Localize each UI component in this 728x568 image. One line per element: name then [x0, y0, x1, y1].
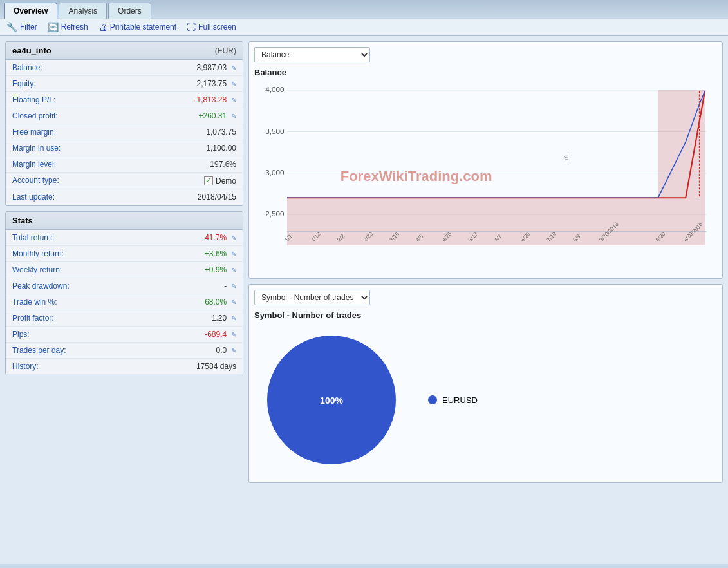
account-label-3: Closed profit: [6, 108, 136, 124]
stats-row-4: Trade win %:68.0% ✎ [6, 294, 243, 310]
balance-chart: ForexWikiTrading.com 4,000 3,500 3,000 2… [254, 80, 717, 273]
tab-analysis[interactable]: Analysis [59, 3, 107, 19]
account-row-8: Last update:2018/04/15 [6, 189, 243, 205]
svg-text:2,500: 2,500 [265, 209, 285, 218]
edit-icon-stats-3[interactable]: ✎ [229, 283, 236, 290]
account-currency: (EUR) [215, 46, 236, 55]
account-row-4: Free margin:1,073.75 [6, 124, 243, 140]
main-content: ea4u_info (EUR) Balance:3,987.03 ✎Equity… [0, 36, 728, 564]
stats-value-3: - ✎ [136, 278, 243, 294]
tabs-bar: Overview Analysis Orders [0, 0, 728, 19]
stats-row-0: Total return:-41.7% ✎ [6, 230, 243, 246]
fullscreen-button[interactable]: ⛶ Full screen [187, 22, 236, 32]
printable-label: Printable statement [110, 23, 176, 32]
stats-value-1: +3.6% ✎ [136, 245, 243, 261]
stats-row-6: Pips:-689.4 ✎ [6, 326, 243, 342]
edit-icon-stats-1[interactable]: ✎ [229, 251, 236, 258]
account-value-5: 1,100.00 [136, 140, 243, 156]
edit-icon-account-1[interactable]: ✎ [229, 80, 236, 88]
stats-row-3: Peak drawdown:- ✎ [6, 278, 243, 294]
edit-icon-stats-7[interactable]: ✎ [229, 347, 236, 354]
account-label-8: Last update: [6, 189, 136, 205]
edit-icon-account-0[interactable]: ✎ [229, 64, 236, 71]
stats-row-8: History:17584 days [6, 358, 243, 374]
account-value-1: 2,173.75 ✎ [136, 76, 243, 92]
account-value-7: ✓Demo [136, 173, 243, 189]
printable-button[interactable]: 🖨 Printable statement [98, 22, 176, 32]
account-value-8: 2018/04/15 [136, 189, 243, 205]
balance-chart-title: Balance [254, 68, 717, 77]
stats-row-2: Weekly return:+0.9% ✎ [6, 261, 243, 278]
svg-text:1/1: 1/1 [563, 153, 570, 161]
edit-icon-stats-2[interactable]: ✎ [229, 267, 236, 274]
stats-label-1: Monthly return: [6, 245, 136, 261]
print-icon: 🖨 [98, 22, 107, 32]
refresh-icon: 🔄 [48, 22, 59, 32]
stats-card: Stats Total return:-41.7% ✎Monthly retur… [5, 211, 243, 375]
edit-icon-stats-6[interactable]: ✎ [229, 331, 236, 338]
stats-value-0: -41.7% ✎ [136, 230, 243, 246]
filter-icon: 🔧 [6, 22, 17, 32]
account-label-4: Free margin: [6, 124, 136, 140]
stats-value-8: 17584 days [136, 358, 243, 374]
svg-text:100%: 100% [320, 395, 343, 406]
account-label-2: Floating P/L: [6, 92, 136, 108]
account-value-3: +260.31 ✎ [136, 108, 243, 124]
account-value-0: 3,987.03 ✎ [136, 60, 243, 76]
account-label-0: Balance: [6, 60, 136, 76]
stats-title: Stats [12, 216, 33, 225]
stats-value-5: 1.20 ✎ [136, 310, 243, 326]
filter-button[interactable]: 🔧 Filter [6, 22, 37, 32]
stats-value-6: -689.4 ✎ [136, 326, 243, 342]
account-label-1: Equity: [6, 76, 136, 92]
account-value-4: 1,073.75 [136, 124, 243, 140]
fullscreen-icon: ⛶ [187, 22, 196, 32]
pie-dropdown[interactable]: Symbol - Number of trades Symbol - Volum… [254, 290, 370, 305]
stats-label-8: History: [6, 358, 136, 374]
svg-text:3,500: 3,500 [265, 127, 285, 135]
demo-badge: ✓Demo [204, 176, 236, 185]
stats-card-header: Stats [6, 212, 243, 230]
pie-dropdown-container: Symbol - Number of trades Symbol - Volum… [254, 290, 717, 305]
left-column: ea4u_info (EUR) Balance:3,987.03 ✎Equity… [5, 41, 243, 559]
account-card-header: ea4u_info (EUR) [6, 42, 243, 60]
account-value-6: 197.6% [136, 156, 243, 173]
account-row-1: Equity:2,173.75 ✎ [6, 76, 243, 92]
legend-dot-eurusd [428, 395, 437, 404]
account-row-7: Account type:✓Demo [6, 173, 243, 189]
account-name: ea4u_info [12, 46, 51, 55]
edit-icon-account-2[interactable]: ✎ [229, 97, 236, 104]
stats-row-5: Profit factor:1.20 ✎ [6, 310, 243, 326]
account-info-table: Balance:3,987.03 ✎Equity:2,173.75 ✎Float… [6, 60, 243, 205]
edit-icon-stats-0[interactable]: ✎ [229, 234, 236, 241]
stats-row-7: Trades per day:0.0 ✎ [6, 342, 243, 358]
account-value-2: -1,813.28 ✎ [136, 92, 243, 108]
svg-text:3,000: 3,000 [265, 168, 285, 176]
svg-text:4,000: 4,000 [265, 85, 285, 93]
refresh-button[interactable]: 🔄 Refresh [48, 22, 88, 32]
edit-icon-stats-4[interactable]: ✎ [229, 299, 236, 306]
account-label-5: Margin in use: [6, 140, 136, 156]
account-label-6: Margin level: [6, 156, 136, 173]
pie-chart-svg: 100% [261, 329, 402, 471]
balance-dropdown[interactable]: Balance Equity Floating P/L [254, 47, 370, 62]
stats-row-1: Monthly return:+3.6% ✎ [6, 245, 243, 261]
edit-icon-account-3[interactable]: ✎ [229, 113, 236, 120]
stats-label-7: Trades per day: [6, 342, 136, 358]
toolbar: 🔧 Filter 🔄 Refresh 🖨 Printable statement… [0, 19, 728, 36]
legend-label-eurusd: EURUSD [442, 395, 478, 405]
stats-label-4: Trade win %: [6, 294, 136, 310]
account-card: ea4u_info (EUR) Balance:3,987.03 ✎Equity… [5, 41, 243, 206]
filter-label: Filter [20, 23, 37, 32]
balance-chart-svg: 4,000 3,500 3,000 2,500 [254, 80, 717, 273]
account-row-0: Balance:3,987.03 ✎ [6, 60, 243, 76]
svg-marker-9 [287, 90, 705, 245]
legend-item-eurusd: EURUSD [428, 395, 478, 405]
account-row-3: Closed profit:+260.31 ✎ [6, 108, 243, 124]
account-label-7: Account type: [6, 173, 136, 189]
stats-value-2: +0.9% ✎ [136, 261, 243, 278]
tab-orders[interactable]: Orders [108, 3, 151, 19]
tab-overview[interactable]: Overview [4, 3, 57, 19]
edit-icon-stats-5[interactable]: ✎ [229, 315, 236, 322]
stats-label-3: Peak drawdown: [6, 278, 136, 294]
